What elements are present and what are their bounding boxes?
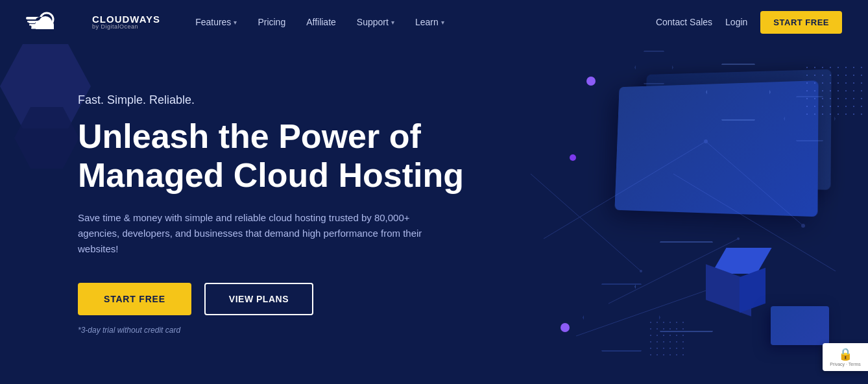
hero-content: Fast. Simple. Reliable. Unleash the Powe… xyxy=(0,44,558,384)
hero-title: Unleash the Power of Managed Cloud Hosti… xyxy=(78,117,480,195)
contact-sales-link[interactable]: Contact Sales xyxy=(656,17,712,27)
logo-cloud-svg xyxy=(26,10,54,34)
hero-description: Save time & money with simple and reliab… xyxy=(78,210,441,257)
hero-buttons: START FREE VIEW PLANS xyxy=(78,283,532,315)
main-navigation: CLOUDWAYS by DigitalOcean Features ▾ Pri… xyxy=(0,0,868,44)
logo[interactable]: CLOUDWAYS by DigitalOcean xyxy=(26,10,160,34)
svg-point-20 xyxy=(640,270,642,272)
svg-line-14 xyxy=(609,239,738,304)
nav-affiliate[interactable]: Affiliate xyxy=(297,12,345,32)
nav-pricing[interactable]: Pricing xyxy=(248,12,295,32)
svg-rect-11 xyxy=(36,25,54,29)
svg-point-19 xyxy=(801,224,805,228)
nav-features[interactable]: Features ▾ xyxy=(186,12,246,32)
svg-point-18 xyxy=(704,139,708,143)
nav-learn[interactable]: Learn ▾ xyxy=(406,12,453,32)
support-chevron-icon: ▾ xyxy=(391,19,394,26)
nav-support[interactable]: Support ▾ xyxy=(348,12,404,32)
recaptcha-icon: 🔒 xyxy=(829,347,862,361)
nav-right: Contact Sales Login START FREE xyxy=(656,11,842,34)
svg-point-21 xyxy=(737,237,740,240)
brand-name: CLOUDWAYS xyxy=(92,14,160,24)
svg-line-13 xyxy=(706,141,803,226)
login-link[interactable]: Login xyxy=(725,17,747,27)
hero-tagline: Fast. Simple. Reliable. xyxy=(78,93,532,107)
features-chevron-icon: ▾ xyxy=(234,19,237,26)
svg-line-12 xyxy=(544,141,706,239)
svg-line-17 xyxy=(576,291,706,336)
recaptcha-text: Privacy · Terms xyxy=(829,361,862,367)
view-plans-button[interactable]: VIEW PLANS xyxy=(204,283,313,315)
nav-links: Features ▾ Pricing Affiliate Support ▾ L… xyxy=(186,12,656,32)
recaptcha-badge: 🔒 Privacy · Terms xyxy=(823,343,868,371)
svg-line-15 xyxy=(673,174,836,271)
trial-note: *3-day trial without credit card xyxy=(78,326,532,335)
learn-chevron-icon: ▾ xyxy=(441,19,444,26)
start-free-hero-button[interactable]: START FREE xyxy=(78,283,191,315)
brand-subtext: by DigitalOcean xyxy=(92,24,160,30)
start-free-nav-button[interactable]: START FREE xyxy=(760,11,842,34)
